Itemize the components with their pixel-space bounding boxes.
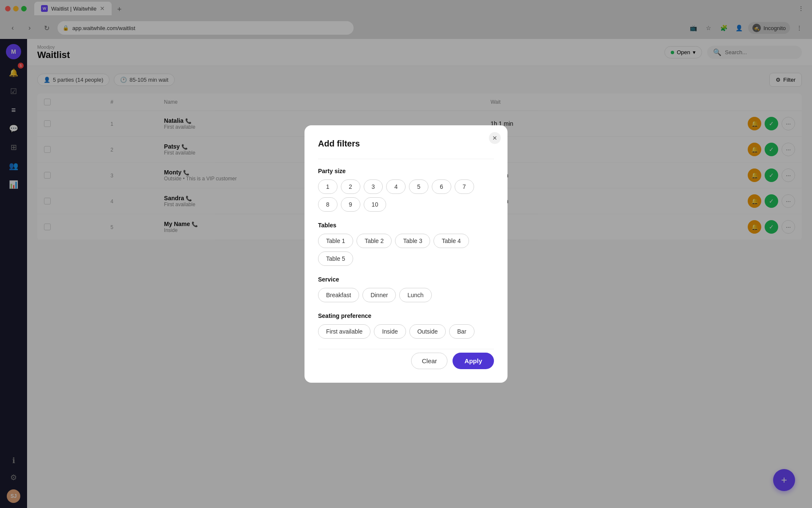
service-option[interactable]: Dinner bbox=[362, 288, 396, 302]
table-option[interactable]: Table 1 bbox=[318, 234, 353, 248]
table-option[interactable]: Table 3 bbox=[395, 234, 430, 248]
seating-option[interactable]: First available bbox=[318, 324, 370, 339]
party-size-title: Party size bbox=[318, 168, 494, 174]
table-option[interactable]: Table 5 bbox=[318, 251, 353, 266]
tables-options: Table 1Table 2Table 3Table 4Table 5 bbox=[318, 234, 494, 266]
service-option[interactable]: Lunch bbox=[399, 288, 431, 302]
tables-section: Tables Table 1Table 2Table 3Table 4Table… bbox=[318, 222, 494, 266]
party-size-option[interactable]: 8 bbox=[318, 197, 337, 212]
service-options: BreakfastDinnerLunch bbox=[318, 288, 494, 302]
filter-modal: Add filters ✕ Party size 12345678910 Tab… bbox=[304, 125, 508, 383]
party-size-option[interactable]: 9 bbox=[341, 197, 360, 212]
seating-section: Seating preference First availableInside… bbox=[318, 312, 494, 339]
party-size-option[interactable]: 7 bbox=[455, 179, 474, 194]
seating-option[interactable]: Bar bbox=[449, 324, 475, 339]
party-size-option[interactable]: 6 bbox=[432, 179, 451, 194]
modal-overlay: Add filters ✕ Party size 12345678910 Tab… bbox=[0, 0, 812, 508]
party-size-option[interactable]: 5 bbox=[409, 179, 428, 194]
table-option[interactable]: Table 2 bbox=[357, 234, 392, 248]
party-size-option[interactable]: 3 bbox=[364, 179, 383, 194]
party-size-section: Party size 12345678910 bbox=[318, 168, 494, 212]
seating-option[interactable]: Outside bbox=[409, 324, 446, 339]
party-size-option[interactable]: 4 bbox=[386, 179, 406, 194]
party-size-option[interactable]: 1 bbox=[318, 179, 337, 194]
seating-title: Seating preference bbox=[318, 312, 494, 319]
modal-close-btn[interactable]: ✕ bbox=[489, 132, 501, 144]
modal-title: Add filters bbox=[318, 139, 494, 149]
seating-option[interactable]: Inside bbox=[374, 324, 406, 339]
service-title: Service bbox=[318, 276, 494, 283]
clear-btn[interactable]: Clear bbox=[411, 353, 447, 369]
apply-btn[interactable]: Apply bbox=[453, 353, 494, 369]
party-size-option[interactable]: 2 bbox=[341, 179, 360, 194]
party-size-options: 12345678910 bbox=[318, 179, 494, 212]
tables-title: Tables bbox=[318, 222, 494, 229]
party-size-option[interactable]: 10 bbox=[364, 197, 387, 212]
modal-divider bbox=[318, 159, 494, 159]
table-option[interactable]: Table 4 bbox=[433, 234, 469, 248]
service-section: Service BreakfastDinnerLunch bbox=[318, 276, 494, 302]
modal-footer: Clear Apply bbox=[318, 349, 494, 369]
service-option[interactable]: Breakfast bbox=[318, 288, 359, 302]
seating-options: First availableInsideOutsideBar bbox=[318, 324, 494, 339]
